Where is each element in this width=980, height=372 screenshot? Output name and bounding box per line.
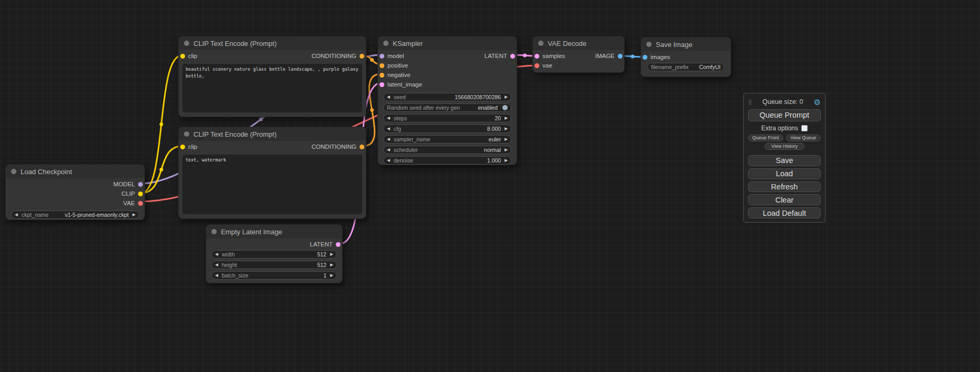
port-dot-vae[interactable]: [535, 63, 539, 68]
input-port-images[interactable]: images: [643, 54, 670, 60]
collapse-dot-icon[interactable]: [383, 41, 389, 46]
port-dot-conditioning[interactable]: [360, 145, 364, 149]
widget-cfg[interactable]: ◀ cfg 8.000 ▶: [383, 125, 511, 133]
port-dot-conditioning[interactable]: [380, 63, 384, 68]
node-title-bar[interactable]: CLIP Text Encode (Prompt): [179, 36, 366, 50]
widget-scheduler[interactable]: ◀ scheduler normal ▶: [383, 146, 511, 154]
widget-steps[interactable]: ◀ steps 20 ▶: [383, 114, 511, 122]
port-dot-latent[interactable]: [535, 54, 539, 59]
port-dot-model[interactable]: [138, 182, 143, 187]
extra-options-checkbox[interactable]: [801, 125, 808, 131]
node-empty-latent-image[interactable]: Empty Latent Image LATENT ◀ width 512 ▶ …: [206, 224, 343, 283]
increment-icon[interactable]: ▶: [504, 127, 508, 131]
node-vae-decode[interactable]: VAE Decode samples IMAGE vae: [532, 36, 625, 73]
collapse-dot-icon[interactable]: [184, 131, 189, 137]
collapse-dot-icon[interactable]: [211, 229, 217, 234]
port-dot-clip[interactable]: [180, 145, 185, 149]
input-port-vae[interactable]: vae: [535, 62, 552, 69]
output-port-clip[interactable]: CLIP: [121, 190, 143, 197]
load-default-button[interactable]: Load Default: [748, 207, 821, 218]
refresh-button[interactable]: Refresh: [748, 182, 821, 193]
output-port-image[interactable]: IMAGE: [595, 53, 623, 59]
collapse-dot-icon[interactable]: [184, 41, 189, 46]
collapse-dot-icon[interactable]: [646, 42, 652, 47]
node-clip-text-encode-positive[interactable]: CLIP Text Encode (Prompt) clip CONDITION…: [178, 36, 366, 117]
toggle-icon[interactable]: [502, 105, 508, 110]
view-history-button[interactable]: View History: [764, 143, 804, 150]
increment-icon[interactable]: ▶: [504, 137, 508, 141]
decrement-icon[interactable]: ◀: [387, 158, 390, 163]
node-title-bar[interactable]: Save Image: [641, 37, 731, 51]
port-dot-conditioning[interactable]: [380, 73, 384, 78]
output-port-latent[interactable]: LATENT: [484, 53, 515, 59]
port-dot-clip[interactable]: [180, 54, 185, 59]
output-port-vae[interactable]: VAE: [123, 200, 143, 206]
port-dot-image[interactable]: [643, 55, 647, 60]
decrement-icon[interactable]: ◀: [215, 263, 218, 267]
decrement-icon[interactable]: ◀: [387, 137, 390, 141]
node-title-bar[interactable]: Load Checkpoint: [6, 165, 144, 178]
input-port-latent-image[interactable]: latent_image: [380, 81, 422, 88]
prompt-textarea[interactable]: beautiful scenery nature glass bottle la…: [182, 64, 362, 112]
output-port-latent[interactable]: LATENT: [310, 241, 341, 247]
port-dot-model[interactable]: [380, 54, 384, 59]
node-ksampler[interactable]: KSampler model LATENT positive: [377, 36, 517, 165]
input-port-model[interactable]: model: [380, 53, 404, 59]
increment-icon[interactable]: ▶: [504, 148, 508, 152]
input-port-clip[interactable]: clip: [180, 144, 197, 150]
widget-batch-size[interactable]: ◀ batch_size 1 ▶: [211, 271, 337, 280]
widget-height[interactable]: ◀ height 512 ▶: [211, 261, 337, 269]
save-button[interactable]: Save: [748, 155, 821, 166]
decrement-icon[interactable]: ◀: [387, 95, 390, 99]
collapse-dot-icon[interactable]: [538, 41, 544, 46]
node-clip-text-encode-negative[interactable]: CLIP Text Encode (Prompt) clip CONDITION…: [178, 127, 366, 219]
node-title-bar[interactable]: KSampler: [378, 36, 517, 50]
load-button[interactable]: Load: [748, 168, 821, 179]
queue-front-button[interactable]: Queue Front: [748, 135, 783, 141]
decrement-icon[interactable]: ◀: [15, 213, 18, 217]
input-port-samples[interactable]: samples: [535, 53, 565, 59]
increment-icon[interactable]: ▶: [330, 252, 333, 256]
input-port-positive[interactable]: positive: [380, 62, 408, 69]
widget-seed[interactable]: ◀ seed 156680208700286 ▶: [383, 93, 511, 101]
port-dot-clip[interactable]: [138, 192, 143, 196]
increment-icon[interactable]: ▶: [330, 273, 333, 278]
port-dot-latent[interactable]: [336, 242, 341, 247]
widget-width[interactable]: ◀ width 512 ▶: [211, 250, 337, 259]
node-load-checkpoint[interactable]: Load Checkpoint MODEL CLIP VAE: [5, 164, 145, 220]
increment-icon[interactable]: ▶: [504, 116, 508, 120]
decrement-icon[interactable]: ◀: [387, 127, 390, 131]
node-title-bar[interactable]: Empty Latent Image: [206, 225, 342, 239]
port-dot-conditioning[interactable]: [360, 54, 364, 59]
settings-gear-icon[interactable]: ⚙: [814, 98, 821, 106]
node-graph-canvas[interactable]: Load Checkpoint MODEL CLIP VAE: [0, 0, 980, 372]
port-dot-latent[interactable]: [380, 82, 384, 87]
port-dot-vae[interactable]: [138, 201, 143, 206]
node-title-bar[interactable]: CLIP Text Encode (Prompt): [179, 127, 366, 141]
input-port-negative[interactable]: negative: [380, 72, 410, 78]
view-queue-button[interactable]: View Queue: [786, 135, 821, 141]
drag-handle-icon[interactable]: ⣿: [748, 99, 752, 105]
widget-random-seed[interactable]: Random seed after every gen enabled: [383, 103, 511, 112]
widget-denoise[interactable]: ◀ denoise 1.000 ▶: [383, 156, 511, 165]
queue-prompt-button[interactable]: Queue Prompt: [748, 109, 821, 121]
output-port-model[interactable]: MODEL: [113, 181, 143, 187]
decrement-icon[interactable]: ◀: [215, 273, 218, 278]
widget-sampler-name[interactable]: ◀ sampler_name euler ▶: [383, 135, 511, 144]
output-port-conditioning[interactable]: CONDITIONING: [312, 144, 364, 150]
decrement-icon[interactable]: ◀: [215, 252, 218, 256]
widget-filename-prefix[interactable]: filename_prefix ComfyUI: [647, 63, 724, 71]
increment-icon[interactable]: ▶: [504, 95, 508, 99]
node-save-image[interactable]: Save Image images filename_prefix ComfyU…: [641, 37, 731, 77]
port-dot-latent[interactable]: [510, 54, 515, 59]
prompt-textarea[interactable]: text, watermark: [182, 155, 362, 214]
decrement-icon[interactable]: ◀: [387, 148, 390, 152]
port-dot-image[interactable]: [618, 54, 623, 59]
increment-icon[interactable]: ▶: [504, 158, 508, 163]
input-port-clip[interactable]: clip: [180, 53, 197, 59]
node-title-bar[interactable]: VAE Decode: [533, 36, 624, 50]
increment-icon[interactable]: ▶: [330, 263, 333, 267]
clear-button[interactable]: Clear: [748, 194, 821, 205]
increment-icon[interactable]: ▶: [132, 213, 135, 217]
collapse-dot-icon[interactable]: [11, 169, 16, 174]
